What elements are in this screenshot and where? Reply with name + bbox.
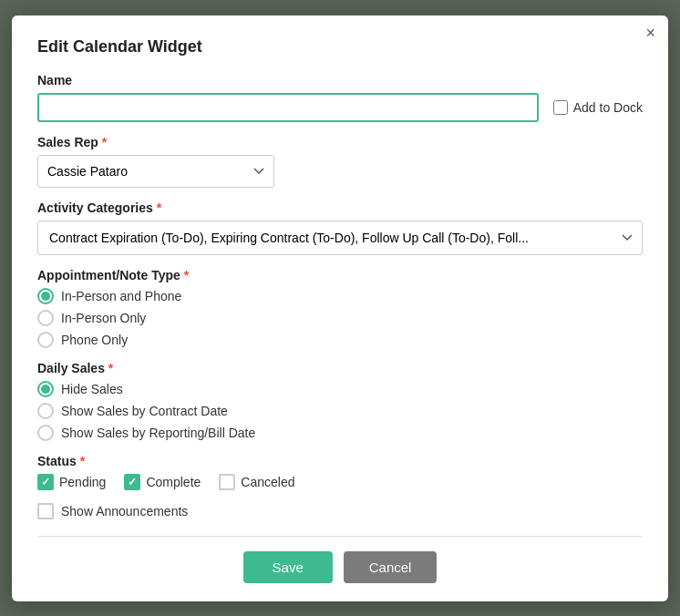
radio-in-person-only-indicator: [37, 310, 54, 326]
footer-buttons: Save Cancel: [37, 551, 643, 583]
radio-show-by-reporting[interactable]: Show Sales by Reporting/Bill Date: [37, 425, 643, 441]
status-row: Status * Pending Complete Canceled: [37, 454, 643, 490]
status-label: Status *: [37, 454, 643, 468]
activity-categories-row: Activity Categories * Contract Expiratio…: [37, 200, 643, 255]
daily-sales-label: Daily Sales *: [37, 361, 643, 375]
radio-hide-sales[interactable]: Hide Sales: [37, 381, 643, 397]
activity-categories-select[interactable]: Contract Expiration (To-Do), Expiring Co…: [37, 221, 643, 255]
checkbox-complete-indicator: [124, 474, 140, 490]
name-label: Name: [37, 73, 539, 87]
radio-hide-sales-indicator: [37, 381, 54, 397]
radio-show-by-contract[interactable]: Show Sales by Contract Date: [37, 403, 643, 419]
cancel-button[interactable]: Cancel: [344, 551, 438, 583]
appointment-radio-group: In-Person and Phone In-Person Only Phone…: [37, 288, 643, 348]
show-announcements-row: Show Announcements: [37, 503, 643, 519]
checkbox-pending[interactable]: Pending: [37, 474, 106, 490]
show-announcements-checkbox-indicator: [37, 503, 54, 519]
checkbox-pending-indicator: [37, 474, 54, 490]
radio-show-by-contract-indicator: [37, 403, 54, 419]
radio-phone-only-indicator: [37, 332, 54, 348]
appointment-note-type-label: Appointment/Note Type *: [37, 268, 643, 282]
name-input[interactable]: [37, 93, 539, 122]
checkbox-complete[interactable]: Complete: [124, 474, 201, 490]
footer-divider: [37, 536, 643, 537]
show-announcements-label: Show Announcements: [61, 504, 188, 518]
radio-show-by-reporting-indicator: [37, 425, 54, 441]
sales-rep-label: Sales Rep *: [37, 135, 643, 149]
radio-in-person-and-phone[interactable]: In-Person and Phone: [37, 288, 643, 304]
add-to-dock-checkbox[interactable]: [553, 100, 568, 115]
sales-rep-row: Sales Rep * Cassie Pataro: [37, 135, 643, 188]
name-field-row: Name Add to Dock: [37, 73, 643, 122]
daily-sales-radio-group: Hide Sales Show Sales by Contract Date S…: [37, 381, 643, 441]
modal-title: Edit Calendar Widget: [37, 37, 643, 56]
close-button[interactable]: ×: [645, 25, 655, 41]
checkbox-canceled-indicator: [219, 474, 235, 490]
radio-in-person-and-phone-indicator: [37, 288, 54, 304]
radio-phone-only[interactable]: Phone Only: [37, 332, 643, 348]
sales-rep-select[interactable]: Cassie Pataro: [37, 155, 274, 188]
activity-categories-label: Activity Categories *: [37, 200, 643, 215]
daily-sales-row: Daily Sales * Hide Sales Show Sales by C…: [37, 361, 643, 441]
add-to-dock-label: Add to Dock: [573, 100, 643, 115]
appointment-note-type-row: Appointment/Note Type * In-Person and Ph…: [37, 268, 643, 348]
checkbox-canceled[interactable]: Canceled: [219, 474, 294, 490]
radio-in-person-only[interactable]: In-Person Only: [37, 310, 643, 326]
status-checkbox-group: Pending Complete Canceled: [37, 474, 643, 490]
save-button[interactable]: Save: [243, 551, 333, 583]
modal-dialog: × Edit Calendar Widget Name Add to Dock …: [12, 15, 668, 601]
